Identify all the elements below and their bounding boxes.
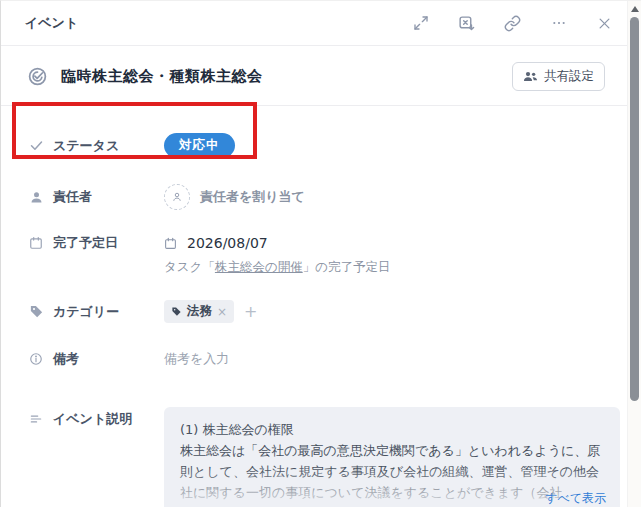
scrollbar-up-arrow-icon[interactable] [631,6,639,12]
panel-title: イベント [25,14,78,32]
field-row-due-date: 完了予定日 2026/08/07 タスク「株主総会の開催」の完了予定日 [29,232,620,276]
due-date-value-group: 2026/08/07 タスク「株主総会の開催」の完了予定日 [164,232,390,276]
expand-icon[interactable] [412,15,429,32]
info-icon [29,352,44,367]
goal-target-icon [27,66,48,87]
assign-owner-action[interactable]: 責任者を割り当て [200,188,305,206]
check-icon [29,138,44,153]
due-date-label: 完了予定日 [53,232,118,254]
field-row-status: ステータス 対応中 [29,133,620,158]
description-body: 株主総会は「会社の最高の意思決定機関である」といわれるように、原則として、会社法… [180,440,604,503]
assign-avatar-placeholder[interactable] [164,184,190,210]
text-lines-icon [29,412,44,427]
due-date-text: 2026/08/07 [187,232,268,254]
tag-icon [171,306,182,317]
link-icon[interactable] [504,15,521,32]
more-icon[interactable] [550,15,567,32]
status-badge[interactable]: 対応中 [164,133,235,158]
calendar-icon [164,237,179,250]
scrollbar-thumb[interactable] [630,17,639,401]
notes-label: 備考 [53,350,79,368]
share-settings-button[interactable]: 共有設定 [512,62,605,91]
divider [1,105,641,106]
field-row-category: カテゴリー 法務 × + [29,300,620,323]
task-link[interactable]: 株主総会の開催 [215,259,303,274]
header-actions [412,15,613,32]
field-row-assignee: 責任者 責任者を割り当て [29,184,620,210]
notes-input[interactable]: 備考を入力 [164,350,229,368]
calendar-icon [29,236,44,251]
category-label-group: カテゴリー [29,303,164,321]
export-icon[interactable] [458,15,475,32]
status-label: ステータス [53,137,119,155]
panel-header: イベント [1,1,641,46]
due-date-note: タスク「株主総会の開催」の完了予定日 [164,258,390,276]
field-row-notes: 備考 備考を入力 [29,349,620,369]
assignee-label-group: 責任者 [29,188,164,206]
due-date-note-prefix: タスク「 [164,259,215,274]
category-tag-chip: 法務 × [164,300,234,323]
event-title-row: 臨時株主総会・種類株主総会 共有設定 [1,46,641,91]
close-icon[interactable] [596,15,613,32]
description-box[interactable]: (1) 株主総会の権限 株主総会は「会社の最高の意思決定機関である」といわれるよ… [164,407,620,507]
add-tag-button[interactable]: + [244,304,257,320]
status-label-group: ステータス [29,137,164,155]
category-tag-label: 法務 [187,303,212,320]
share-settings-label: 共有設定 [544,68,594,85]
scrollbar [627,1,641,507]
description-label-group: イベント説明 [29,407,164,428]
field-row-description: イベント説明 (1) 株主総会の権限 株主総会は「会社の最高の意思決定機関である… [29,407,620,507]
category-label: カテゴリー [53,303,119,321]
assignee-label: 責任者 [53,188,92,206]
show-all-link[interactable]: すべて表示 [545,488,606,507]
description-label: イベント説明 [53,410,132,428]
due-date-value[interactable]: 2026/08/07 [164,232,390,254]
tag-icon [29,304,44,319]
due-date-note-suffix: 」の完了予定日 [303,259,391,274]
due-date-label-group: 完了予定日 [29,232,164,254]
person-icon [29,190,44,205]
remove-tag-icon[interactable]: × [217,306,227,318]
description-heading: (1) 株主総会の権限 [180,419,604,440]
notes-label-group: 備考 [29,350,164,368]
event-title: 臨時株主総会・種類株主総会 [61,67,263,86]
people-icon [523,70,538,83]
